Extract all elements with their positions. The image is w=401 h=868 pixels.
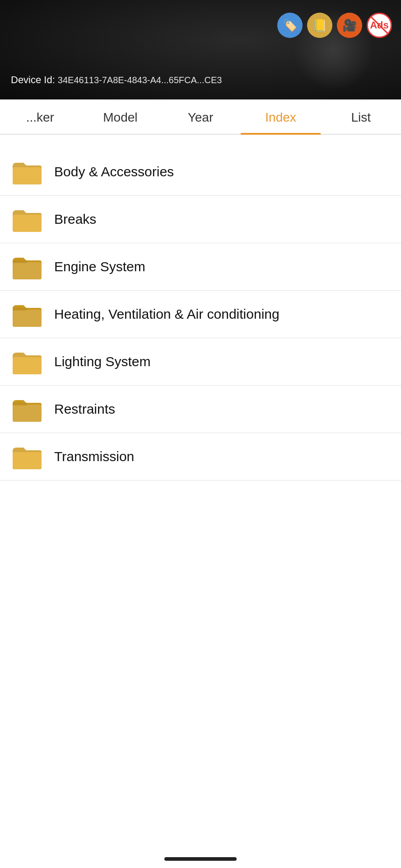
list-item[interactable]: Heating, Ventilation & Air conditioning bbox=[0, 291, 401, 338]
device-id-value: 34E46113-7A8E-4843-A4...65FCA...CE3 bbox=[58, 75, 222, 85]
app-header: 🏷️ 📒 🎥 Ads Wiring Device Id: 34E46113-7A… bbox=[0, 0, 401, 99]
svg-rect-6 bbox=[13, 357, 42, 374]
svg-rect-0 bbox=[13, 167, 42, 184]
list-item-label: Lighting System bbox=[54, 354, 150, 369]
list-item-label: Restraints bbox=[54, 401, 115, 417]
list-item-label: Transmission bbox=[54, 449, 134, 464]
tab-year[interactable]: Year bbox=[160, 99, 241, 134]
list-item-label: Engine System bbox=[54, 259, 145, 274]
tab-model[interactable]: Model bbox=[80, 99, 161, 134]
svg-rect-9 bbox=[13, 452, 42, 469]
svg-rect-8 bbox=[13, 403, 27, 406]
folder-icon bbox=[11, 253, 43, 280]
svg-rect-7 bbox=[13, 405, 42, 422]
device-id-row: Device Id: 34E46113-7A8E-4843-A4...65FCA… bbox=[11, 74, 222, 86]
folder-icon bbox=[11, 158, 43, 185]
tab-index[interactable]: Index bbox=[241, 99, 321, 134]
list-item[interactable]: Lighting System bbox=[0, 338, 401, 386]
nav-tabs: ...ker Model Year Index List bbox=[0, 99, 401, 135]
svg-rect-4 bbox=[13, 310, 42, 327]
notification-icons: 🏷️ 📒 🎥 Ads bbox=[277, 13, 392, 38]
svg-rect-1 bbox=[13, 215, 42, 232]
ads-block-icon: Ads bbox=[367, 13, 392, 38]
list-item[interactable]: Engine System bbox=[0, 243, 401, 291]
tab-maker[interactable]: ...ker bbox=[0, 99, 80, 134]
folder-icon bbox=[11, 396, 43, 423]
home-indicator bbox=[164, 857, 237, 861]
list-item[interactable]: Body & Accessories bbox=[0, 148, 401, 196]
svg-rect-2 bbox=[13, 262, 42, 279]
folder-icon bbox=[11, 443, 43, 470]
device-label: Device Id: bbox=[11, 74, 55, 86]
camera-app-icon: 🎥 bbox=[337, 13, 362, 38]
list-item[interactable]: Restraints bbox=[0, 386, 401, 433]
list-item[interactable]: Transmission bbox=[0, 433, 401, 481]
folder-icon bbox=[11, 206, 43, 233]
book-app-icon: 📒 bbox=[307, 13, 332, 38]
tag-app-icon: 🏷️ bbox=[277, 13, 303, 38]
folder-icon bbox=[11, 348, 43, 375]
folder-icon bbox=[11, 301, 43, 328]
svg-rect-5 bbox=[13, 308, 27, 311]
list-item[interactable]: Breaks bbox=[0, 196, 401, 243]
list-item-label: Body & Accessories bbox=[54, 164, 174, 179]
tab-list[interactable]: List bbox=[321, 99, 401, 134]
svg-rect-3 bbox=[13, 260, 27, 263]
folder-list: Body & Accessories Breaks Engine System bbox=[0, 135, 401, 481]
list-item-label: Heating, Ventilation & Air conditioning bbox=[54, 307, 280, 322]
list-item-label: Breaks bbox=[54, 212, 96, 227]
